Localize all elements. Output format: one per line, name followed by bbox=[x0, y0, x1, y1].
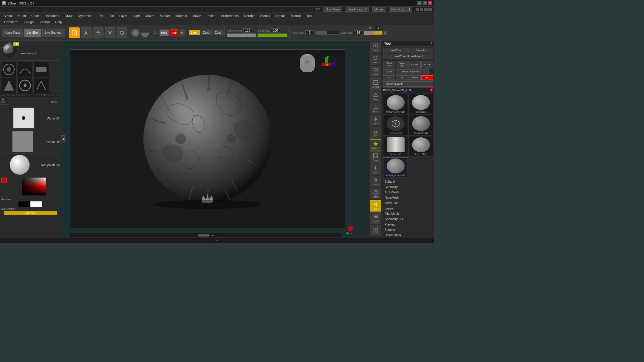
menu-preferences[interactable]: Preferences bbox=[219, 13, 241, 18]
alternate-button[interactable]: Alternate bbox=[4, 211, 57, 215]
lightbox-button[interactable]: LightBox bbox=[24, 29, 41, 37]
menu-item-surface[interactable]: Surface bbox=[382, 227, 434, 233]
zcut-button[interactable]: Zcut bbox=[213, 30, 223, 35]
menu-item-deformation[interactable]: Deformation bbox=[382, 233, 434, 237]
texture-thumbnail[interactable] bbox=[12, 131, 33, 152]
menu-brush[interactable]: Brush bbox=[15, 13, 28, 18]
gradient-strip[interactable] bbox=[18, 201, 42, 207]
copy-tool-button[interactable]: Copy Tool bbox=[383, 61, 395, 68]
dots-label[interactable]: Dots bbox=[50, 100, 60, 104]
brush-item-1[interactable] bbox=[1, 62, 17, 77]
dynamic-button[interactable]: Dynamic bbox=[370, 139, 381, 151]
brush-item-4[interactable] bbox=[1, 78, 17, 93]
import-button[interactable]: Import bbox=[408, 61, 421, 68]
edit-button[interactable] bbox=[69, 27, 80, 38]
menu-item-geometry-hd[interactable]: Geometry HD bbox=[382, 217, 434, 222]
foreground-color[interactable] bbox=[1, 178, 7, 183]
tool-thumb-sphere3d[interactable]: Sphere3D bbox=[408, 94, 433, 114]
menu-render[interactable]: Render bbox=[242, 13, 257, 18]
menu-file[interactable]: File bbox=[106, 13, 116, 18]
tool-panel-refresh[interactable]: ↺ bbox=[429, 41, 432, 46]
collapse-left-button[interactable]: ◀ bbox=[61, 135, 65, 142]
live-boolean-button[interactable]: Live Boolean bbox=[42, 29, 65, 37]
orientation-widget[interactable] bbox=[318, 56, 339, 77]
menu-movie[interactable]: Movie bbox=[190, 13, 203, 18]
minimize-button[interactable]: ─ bbox=[417, 1, 422, 5]
menu-stencil[interactable]: Stencil bbox=[258, 13, 273, 18]
m-button[interactable]: M bbox=[179, 29, 185, 36]
all-button[interactable]: All bbox=[396, 75, 408, 80]
tool-thumb-cylinder[interactable]: Cylinder3D bbox=[383, 136, 408, 157]
menu-texture[interactable]: Texture bbox=[288, 13, 303, 18]
goz-button[interactable]: GoZ bbox=[383, 75, 395, 80]
brush-item-3[interactable] bbox=[33, 62, 49, 77]
brush-item-6[interactable] bbox=[33, 78, 49, 93]
brush-half-icon[interactable] bbox=[141, 29, 149, 37]
lsym-button[interactable]: LSym bbox=[370, 115, 381, 126]
menu-zplugin[interactable]: Zplugin bbox=[21, 20, 37, 24]
z-intensity-slider[interactable] bbox=[258, 33, 287, 37]
tool-thumb-pm3d-2[interactable]: PM3D_Sphere3D bbox=[383, 157, 408, 178]
persp-button[interactable]: Persp bbox=[370, 91, 381, 102]
menu-document[interactable]: Document bbox=[42, 13, 62, 18]
draw-size-slider[interactable] bbox=[364, 31, 382, 35]
line-fill-btn[interactable]: Line Fill bbox=[370, 212, 381, 224]
visible-button[interactable]: Visible bbox=[408, 75, 421, 80]
rotate3d-button[interactable]: Rotate bbox=[370, 188, 381, 199]
menu-stroke[interactable]: Stroke bbox=[273, 13, 287, 18]
frame-button[interactable]: Frame bbox=[370, 151, 381, 163]
tool-thumb-pm3d-sphere[interactable]: PM3D_Sphere3D bbox=[383, 94, 408, 114]
rotate-button[interactable] bbox=[117, 27, 127, 38]
menu-marker[interactable]: Marker bbox=[157, 13, 172, 18]
menu-edit[interactable]: Edit bbox=[95, 13, 106, 18]
load-from-project-button[interactable]: Load Tools From Project bbox=[383, 54, 433, 59]
default-script-label[interactable]: DefaultZScript bbox=[389, 7, 412, 12]
aahalf-button[interactable]: AAHalf bbox=[370, 78, 381, 90]
mrgb-button[interactable]: Mrgb bbox=[160, 29, 169, 36]
menu-item-preview[interactable]: Preview bbox=[382, 222, 434, 227]
focal-shift-slider[interactable] bbox=[315, 31, 339, 35]
menu-help[interactable]: Help bbox=[53, 20, 64, 24]
menu-alpha[interactable]: Alpha bbox=[1, 13, 14, 18]
make-polymesh-button[interactable]: Make PolyMesh3D bbox=[396, 69, 429, 74]
texture-label[interactable]: Texture Off bbox=[45, 140, 60, 144]
paste-tool-button[interactable]: Paste Tool bbox=[396, 61, 408, 68]
zoom3d-button[interactable]: Zoom3D bbox=[370, 176, 381, 187]
grid-button[interactable] bbox=[370, 225, 381, 236]
zoom-button[interactable]: Zoom bbox=[370, 54, 381, 65]
see-through-button[interactable]: See-through 0 bbox=[346, 7, 369, 12]
a-button[interactable]: A bbox=[153, 30, 159, 35]
menu-tool[interactable]: Tool bbox=[304, 13, 315, 18]
clone-button[interactable]: Clone bbox=[383, 69, 395, 74]
menu-color[interactable]: Color bbox=[29, 13, 41, 18]
brush-circle-icon[interactable] bbox=[131, 29, 140, 37]
alpha-label[interactable]: Alpha Off bbox=[47, 117, 60, 120]
menu-zscript[interactable]: Zscript bbox=[38, 20, 52, 24]
close-button[interactable]: ✕ bbox=[428, 1, 432, 5]
menu-draw[interactable]: Draw bbox=[62, 13, 75, 18]
current-tool-r[interactable]: R bbox=[430, 88, 433, 92]
menu-transform[interactable]: Transform bbox=[1, 20, 21, 24]
menu-item-subtool[interactable]: Subtool bbox=[382, 179, 434, 184]
tool-thumb-sphere3d-1[interactable]: Sphere3D_1 bbox=[408, 136, 433, 157]
menus-label[interactable]: Menus bbox=[372, 7, 386, 12]
menu-item-layers[interactable]: Layers bbox=[382, 206, 434, 211]
brush-item-5[interactable] bbox=[17, 78, 33, 93]
menu-light[interactable]: Light bbox=[131, 13, 143, 18]
maximize-button[interactable]: □ bbox=[423, 1, 427, 5]
gyz-button[interactable]: Gyz bbox=[370, 200, 381, 212]
viewport[interactable] bbox=[70, 49, 345, 228]
material-label[interactable]: StartupMaterial bbox=[39, 164, 60, 167]
draw-button[interactable] bbox=[81, 27, 92, 38]
menu-item-arraymesh[interactable]: ArrayMesh bbox=[382, 190, 434, 195]
export-button[interactable]: Export bbox=[421, 61, 434, 68]
material-thumbnail[interactable] bbox=[10, 155, 30, 175]
rgb-intensity-slider[interactable] bbox=[227, 33, 256, 37]
zadd-button[interactable]: Zadd bbox=[189, 30, 200, 35]
move-3d-button[interactable]: Move bbox=[370, 164, 381, 175]
move-button[interactable] bbox=[93, 27, 103, 38]
bottom-scrollbar[interactable] bbox=[70, 233, 342, 237]
menu-layer[interactable]: Layer bbox=[117, 13, 130, 18]
menu-material[interactable]: Material bbox=[173, 13, 189, 18]
zsub-button[interactable]: Zsub bbox=[201, 30, 212, 35]
